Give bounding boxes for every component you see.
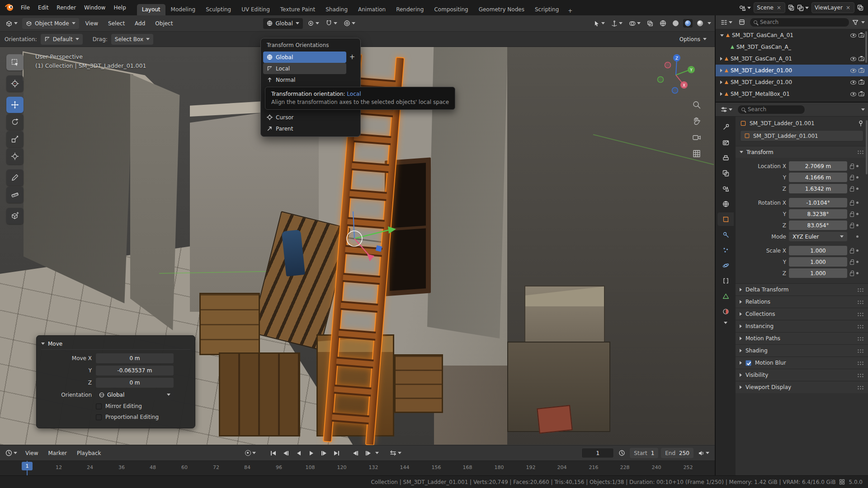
panel-grip-icon[interactable] — [857, 385, 864, 389]
menu-render[interactable]: Render — [53, 3, 80, 12]
xray-toggle-button[interactable] — [645, 19, 655, 28]
lock-icon[interactable] — [850, 177, 854, 180]
gizmo-arrow-green[interactable] — [388, 226, 396, 234]
scene-unlink-icon[interactable]: × — [776, 5, 782, 11]
properties-editor-type-button[interactable] — [719, 105, 734, 114]
animate-dot-icon[interactable] — [856, 249, 859, 252]
jump-to-start-button[interactable] — [268, 448, 279, 459]
disclosure-closed-icon[interactable] — [720, 92, 722, 96]
panel-grip-icon[interactable] — [857, 312, 864, 316]
panel-grip-icon[interactable] — [857, 349, 864, 353]
panel-grip-icon[interactable] — [857, 337, 864, 341]
section-instancing[interactable]: Instancing — [736, 320, 868, 332]
section-motion-paths[interactable]: Motion Paths — [736, 332, 868, 344]
animate-dot-icon[interactable] — [856, 261, 859, 263]
viewlayer-remove-icon[interactable]: × — [845, 5, 851, 11]
rotation-y-field[interactable]: 8.3238° — [789, 209, 847, 219]
tool-measure[interactable] — [6, 187, 24, 203]
properties-scrollbar[interactable] — [866, 120, 868, 174]
tool-orientation-dropdown[interactable]: Default — [41, 34, 83, 45]
viewlayer-copy-icon[interactable] — [857, 5, 863, 11]
section-visibility[interactable]: Visibility — [736, 369, 868, 381]
outliner-row[interactable]: SM_3DT_GasCan_A_01 — [716, 29, 868, 41]
overlays-toggle-button[interactable] — [627, 19, 642, 28]
animate-dot-icon[interactable] — [856, 224, 859, 226]
outliner-row-selected[interactable]: SM_3DT_Ladder_01.00 — [716, 65, 868, 76]
animate-dot-icon[interactable] — [856, 188, 859, 190]
orientation-option-parent[interactable]: Parent — [263, 123, 346, 134]
transform-panel-header[interactable]: Transform — [736, 146, 868, 158]
play-reverse-button[interactable] — [293, 448, 305, 459]
lock-icon[interactable] — [850, 250, 854, 253]
disclosure-closed-icon[interactable] — [720, 80, 722, 84]
options-dropdown[interactable]: Options — [676, 34, 710, 45]
outliner-filter-icon[interactable] — [852, 19, 859, 25]
camera-view-icon[interactable] — [692, 133, 701, 142]
frame-forward-button[interactable] — [363, 448, 374, 459]
workspace-tab-compositing[interactable]: Compositing — [429, 4, 473, 15]
lock-icon[interactable] — [850, 272, 854, 276]
axis-z-neg-ball[interactable] — [672, 88, 678, 94]
properties-options-chevron-icon[interactable] — [861, 108, 865, 111]
timeline-menu-playback[interactable]: Playback — [73, 449, 105, 458]
object-type-visibility-button[interactable] — [592, 19, 607, 28]
menu-add[interactable]: Add — [131, 19, 149, 28]
hide-viewport-icon[interactable] — [850, 92, 856, 96]
scene-copy-icon[interactable] — [788, 5, 794, 11]
menu-window[interactable]: Window — [80, 3, 109, 12]
lock-icon[interactable] — [850, 213, 854, 217]
hide-viewport-icon[interactable] — [850, 33, 856, 38]
navigation-gizmo[interactable]: Z Y X — [654, 52, 698, 95]
orientation-option-normal[interactable]: Normal — [263, 74, 346, 85]
frame-back-button[interactable] — [350, 448, 362, 459]
orientation-option-global[interactable]: Global — [263, 52, 346, 63]
scene-browse-icon[interactable] — [739, 5, 751, 11]
mirror-editing-checkbox[interactable] — [96, 404, 102, 409]
axis-y-neg-ball[interactable] — [658, 77, 664, 83]
disclosure-closed-icon[interactable] — [720, 57, 722, 61]
red-box-object[interactable] — [537, 405, 572, 433]
section-viewport-display[interactable]: Viewport Display — [736, 381, 868, 393]
orientation-option-local[interactable]: Local — [263, 63, 346, 74]
next-keyframe-button[interactable] — [318, 448, 330, 459]
crate-object[interactable] — [219, 352, 300, 436]
scale-z-field[interactable]: 1.000 — [789, 268, 847, 278]
lock-icon[interactable] — [850, 165, 854, 169]
scene-selector[interactable]: Scene × — [754, 2, 785, 13]
editor-type-button[interactable] — [4, 19, 19, 28]
location-x-field[interactable]: 2.7069 m — [789, 161, 847, 171]
orientation-option-cursor[interactable]: Cursor — [263, 112, 346, 123]
playhead-frame-badge[interactable]: 1 — [22, 462, 33, 470]
auto-keying-button[interactable] — [243, 449, 258, 457]
section-collections[interactable]: Collections — [736, 308, 868, 320]
tool-add-cube[interactable] — [6, 208, 24, 224]
mode-dropdown[interactable]: Object Mode — [22, 18, 79, 29]
outliner-search-input[interactable] — [760, 19, 845, 25]
move-z-field[interactable]: 0 m — [96, 378, 174, 388]
jump-to-end-button[interactable] — [331, 448, 343, 459]
outliner-row[interactable]: SM_3DT_GasCan_A_01 — [716, 53, 868, 65]
hide-viewport-icon[interactable] — [850, 57, 856, 61]
section-motion-blur[interactable]: Motion Blur — [736, 357, 868, 369]
tab-world[interactable] — [717, 197, 734, 211]
workspace-tab-scripting[interactable]: Scripting — [530, 4, 564, 15]
timeline-menu-marker[interactable]: Marker — [44, 449, 70, 458]
move-panel-header[interactable]: Move — [41, 338, 190, 350]
tab-object-data[interactable] — [717, 289, 734, 303]
blender-logo-icon[interactable] — [5, 3, 14, 13]
lock-icon[interactable] — [850, 261, 854, 265]
animate-dot-icon[interactable] — [856, 202, 859, 204]
tab-scene[interactable] — [717, 182, 734, 195]
tab-physics[interactable] — [717, 258, 734, 272]
shading-material-preview-button[interactable] — [683, 19, 693, 28]
shading-wireframe-button[interactable] — [658, 19, 668, 28]
tab-constraints[interactable] — [717, 274, 734, 287]
timeline-menu-view[interactable]: View — [22, 449, 42, 458]
panel-grip-icon[interactable] — [857, 324, 864, 328]
audio-sync-button[interactable] — [696, 449, 711, 458]
hide-render-icon[interactable] — [859, 57, 864, 61]
workspace-tab-animation[interactable]: Animation — [353, 4, 391, 15]
disclosure-closed-icon[interactable] — [720, 69, 722, 72]
section-relations[interactable]: Relations — [736, 296, 868, 308]
tool-transform[interactable] — [6, 148, 24, 164]
